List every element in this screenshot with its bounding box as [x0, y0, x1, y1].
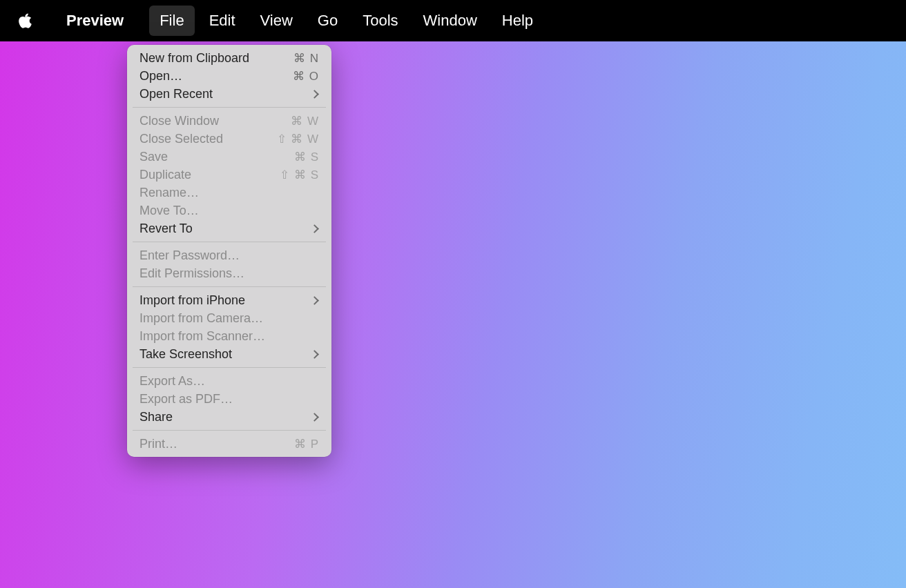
menuitem-shortcut: ⌘ P	[294, 437, 319, 451]
menuitem-import-from-scanner: Import from Scanner…	[127, 327, 331, 345]
menuitem-take-screenshot[interactable]: Take Screenshot	[127, 345, 331, 363]
menu-help[interactable]: Help	[492, 6, 543, 36]
menuitem-duplicate: Duplicate⇧ ⌘ S	[127, 166, 331, 184]
menuitem-edit-permissions: Edit Permissions…	[127, 264, 331, 282]
menuitem-export-as: Export As…	[127, 372, 331, 390]
app-name[interactable]: Preview	[59, 8, 131, 34]
chevron-right-icon	[311, 297, 319, 304]
menuitem-label: Import from Camera…	[139, 311, 263, 326]
menuitem-label: Enter Password…	[139, 248, 240, 263]
menuitem-move-to: Move To…	[127, 202, 331, 219]
menuitem-shortcut: ⇧ ⌘ S	[280, 168, 319, 182]
menuitem-label: Share	[139, 410, 173, 424]
menuitem-label: Print…	[139, 437, 177, 451]
menuitem-close-selected: Close Selected⇧ ⌘ W	[127, 130, 331, 148]
menuitem-label: Revert To	[139, 222, 193, 236]
menu-separator	[133, 242, 326, 242]
menuitem-label: Duplicate	[139, 168, 191, 182]
menuitem-new-from-clipboard[interactable]: New from Clipboard⌘ N	[127, 49, 331, 67]
file-dropdown: New from Clipboard⌘ NOpen…⌘ OOpen Recent…	[127, 45, 331, 457]
menuitem-print: Print…⌘ P	[127, 435, 331, 453]
chevron-right-icon	[311, 91, 319, 97]
menuitem-label: Edit Permissions…	[139, 266, 244, 281]
menuitem-label: Move To…	[139, 204, 199, 218]
menuitem-close-window: Close Window⌘ W	[127, 112, 331, 130]
menuitem-rename: Rename…	[127, 184, 331, 202]
chevron-right-icon	[311, 226, 319, 232]
menuitem-label: Rename…	[139, 186, 199, 200]
menuitem-label: Open…	[139, 69, 182, 84]
menuitem-export-as-pdf: Export as PDF…	[127, 390, 331, 408]
menu-file[interactable]: File	[149, 6, 194, 36]
menu-separator	[133, 367, 326, 368]
menu-separator	[133, 107, 326, 108]
menuitem-shortcut: ⌘ N	[293, 51, 319, 66]
menuitem-label: Import from Scanner…	[139, 329, 265, 344]
menuitem-shortcut: ⇧ ⌘ W	[277, 132, 320, 146]
menuitem-revert-to[interactable]: Revert To	[127, 219, 331, 237]
menuitem-import-from-camera: Import from Camera…	[127, 309, 331, 327]
menuitem-shortcut: ⌘ W	[291, 114, 319, 128]
menuitem-label: Save	[139, 150, 168, 164]
menuitem-import-from-iphone[interactable]: Import from iPhone	[127, 291, 331, 309]
menu-window[interactable]: Window	[413, 6, 488, 36]
chevron-right-icon	[311, 414, 319, 420]
menu-edit[interactable]: Edit	[199, 6, 246, 36]
menuitem-label: New from Clipboard	[139, 51, 249, 66]
menuitem-label: Open Recent	[139, 87, 213, 101]
menuitem-label: Export as PDF…	[139, 392, 233, 406]
menuitem-share[interactable]: Share	[127, 408, 331, 426]
menuitem-label: Close Selected	[139, 132, 223, 146]
menu-separator	[133, 286, 326, 287]
menuitem-label: Import from iPhone	[139, 293, 245, 308]
menu-view[interactable]: View	[250, 6, 303, 36]
menuitem-save: Save⌘ S	[127, 148, 331, 166]
apple-logo-icon[interactable]	[18, 12, 33, 29]
menuitem-label: Export As…	[139, 374, 205, 389]
menuitem-label: Take Screenshot	[139, 347, 232, 362]
menuitem-enter-password: Enter Password…	[127, 246, 331, 264]
menu-separator	[133, 430, 326, 431]
menuitem-shortcut: ⌘ O	[293, 69, 319, 84]
menu-go[interactable]: Go	[307, 6, 348, 36]
menu-tools[interactable]: Tools	[352, 6, 408, 36]
menuitem-label: Close Window	[139, 114, 219, 128]
menubar: Preview File Edit View Go Tools Window H…	[0, 0, 906, 41]
menuitem-open-recent[interactable]: Open Recent	[127, 85, 331, 103]
menuitem-open[interactable]: Open…⌘ O	[127, 67, 331, 85]
chevron-right-icon	[311, 351, 319, 357]
menuitem-shortcut: ⌘ S	[294, 150, 319, 164]
